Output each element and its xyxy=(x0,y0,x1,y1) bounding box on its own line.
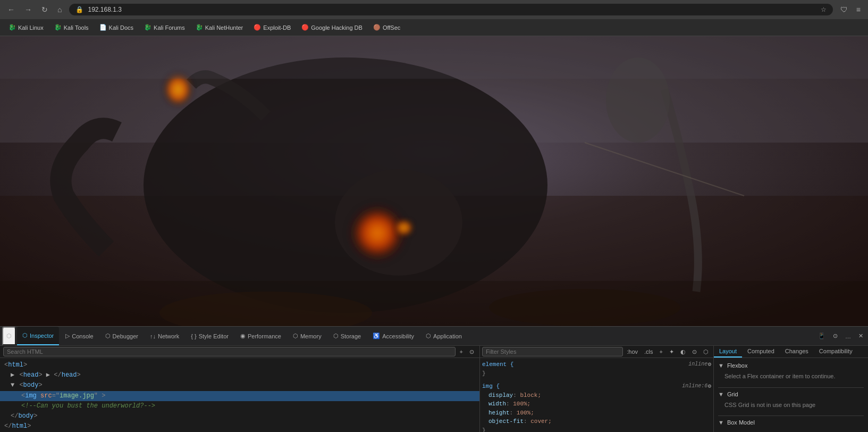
accessibility-tab-icon: ♿ xyxy=(373,333,380,339)
kali-linux-icon: 🐉 xyxy=(9,24,16,31)
more-options-button[interactable]: … xyxy=(842,331,854,341)
shield-button[interactable]: 🛡 xyxy=(837,3,851,16)
flexbox-arrow-icon: ▼ xyxy=(718,362,724,369)
tab-memory[interactable]: ⬡ Memory xyxy=(288,327,327,345)
flexbox-section-header[interactable]: ▼ Flexbox xyxy=(718,362,864,369)
flexbox-section-content: Select a Flex container or item to conti… xyxy=(718,372,864,381)
html-line-comment[interactable]: <!--Can you bust the underworld?--> xyxy=(0,401,479,411)
add-rule-button[interactable]: + xyxy=(657,347,665,356)
devtools-main: + ⊙ <html> ▶ <head> ▶ </head> ▼ <body> xyxy=(0,346,868,432)
offsec-icon: 🟤 xyxy=(373,24,381,31)
bookmark-offsec[interactable]: 🟤 OffSec xyxy=(369,22,404,32)
hover-button[interactable]: :hov xyxy=(624,347,641,356)
svg-rect-11 xyxy=(0,36,868,79)
css-origin-inline: inline xyxy=(688,360,707,368)
refresh-button[interactable]: ↻ xyxy=(38,3,51,16)
grid-section-header[interactable]: ▼ Grid xyxy=(718,391,864,397)
svg-point-6 xyxy=(393,218,415,237)
grid-help-text: CSS Grid is not in use on this page xyxy=(724,402,815,408)
layout-section-grid: ▼ Grid CSS Grid is not in use on this pa… xyxy=(718,391,864,410)
debugger-tab-icon: ⬡ xyxy=(105,333,111,339)
css-img-settings-icon[interactable]: ⚙ xyxy=(707,382,711,391)
box-model-section-header[interactable]: ▼ Box Model xyxy=(718,419,864,426)
html-line-head[interactable]: ▶ <head> ▶ </head> xyxy=(0,370,479,380)
bookmark-kali-forums[interactable]: 🐉 Kali Forums xyxy=(140,22,189,32)
address-bar[interactable]: 🔒 192.168.1.3 ☆ xyxy=(69,4,832,15)
tab-accessibility[interactable]: ♿ Accessibility xyxy=(367,327,419,345)
kali-tools-icon: 🐉 xyxy=(54,24,62,31)
settings-button[interactable]: ⬡ xyxy=(701,347,711,356)
inspector-tab-icon: ⬡ xyxy=(22,332,28,339)
tab-console[interactable]: ▷ Console xyxy=(60,327,98,345)
bookmark-kali-linux[interactable]: 🐉 Kali Linux xyxy=(4,22,48,32)
devtools-toolbar: ⬡ ⬡ Inspector ▷ Console ⬡ Debugger ↑↓ Ne… xyxy=(0,327,868,346)
layout-panel: Layout Computed Changes Compatibility ▼ … xyxy=(714,346,868,432)
bookmark-kali-tools[interactable]: 🐉 Kali Tools xyxy=(50,22,93,32)
css-settings-icon[interactable]: ⚙ xyxy=(707,360,711,369)
html-search-add-button[interactable]: + xyxy=(458,347,465,356)
tab-style-editor[interactable]: { } Style Editor xyxy=(186,327,234,345)
layout-tab-computed[interactable]: Computed xyxy=(742,346,780,358)
close-devtools-button[interactable]: ✕ xyxy=(856,331,866,341)
bookmark-offsec-label: OffSec xyxy=(383,24,400,31)
flexbox-help-text: Select a Flex container or item to conti… xyxy=(724,373,836,379)
devtools-pick-button[interactable]: ⬡ xyxy=(2,327,16,345)
body-expand-icon[interactable]: ▼ xyxy=(11,381,14,389)
screenshot-button[interactable]: ⊙ xyxy=(689,347,700,356)
html-line-html-open[interactable]: <html> xyxy=(0,360,479,370)
kali-nethunter-icon: 🐉 xyxy=(196,24,203,31)
application-tab-label: Application xyxy=(433,333,462,339)
bookmark-kali-docs-label: Kali Docs xyxy=(109,24,133,31)
bookmark-kali-tools-label: Kali Tools xyxy=(64,24,89,31)
dark-mode-button[interactable]: ◐ xyxy=(678,347,688,356)
layout-tab-changes[interactable]: Changes xyxy=(780,346,814,358)
filter-styles-input[interactable] xyxy=(482,347,623,356)
layout-tab-compatibility[interactable]: Compatibility xyxy=(814,346,858,358)
menu-button[interactable]: ≡ xyxy=(853,3,864,16)
layout-tab-layout[interactable]: Layout xyxy=(714,346,742,358)
html-line-html-close[interactable]: </html> xyxy=(0,421,479,431)
box-model-section-title: Box Model xyxy=(727,419,755,426)
browser-chrome: ← → ↻ ⌂ 🔒 192.168.1.3 ☆ 🛡 ≡ 🐉 Kali Linux… xyxy=(0,0,868,36)
devtools-panel: ⬡ ⬡ Inspector ▷ Console ⬡ Debugger ↑↓ Ne… xyxy=(0,326,868,432)
bookmark-kali-docs[interactable]: 📄 Kali Docs xyxy=(95,22,138,32)
tab-inspector[interactable]: ⬡ Inspector xyxy=(17,327,59,345)
tab-network[interactable]: ↑↓ Network xyxy=(145,327,184,345)
address-text: 192.168.1.3 xyxy=(88,6,816,13)
responsive-design-button[interactable]: 📱 xyxy=(815,331,828,341)
tab-storage[interactable]: ⬡ Storage xyxy=(328,327,367,345)
html-line-body-close[interactable]: </body> xyxy=(0,411,479,421)
css-selector-img: img { xyxy=(482,383,500,389)
layout-section-box-model: ▼ Box Model xyxy=(718,419,864,426)
bookmark-kali-linux-label: Kali Linux xyxy=(18,24,44,31)
flexbox-section-title: Flexbox xyxy=(727,362,748,369)
back-button[interactable]: ← xyxy=(4,3,18,16)
bookmark-kali-nethunter[interactable]: 🐉 Kali NetHunter xyxy=(191,22,248,32)
bookmark-exploit-db[interactable]: 🔴 Exploit-DB xyxy=(249,22,295,32)
search-html-input[interactable] xyxy=(3,347,456,356)
home-button[interactable]: ⌂ xyxy=(54,3,65,16)
memory-tab-label: Memory xyxy=(300,333,322,339)
html-pick-element-button[interactable]: ⊙ xyxy=(467,347,476,356)
debugger-tab-label: Debugger xyxy=(113,333,138,339)
tab-debugger[interactable]: ⬡ Debugger xyxy=(100,327,144,345)
star-button[interactable]: ✦ xyxy=(667,347,677,356)
network-tab-icon: ↑↓ xyxy=(150,333,156,339)
exploit-db-icon: 🔴 xyxy=(254,24,261,31)
html-line-body-open[interactable]: ▼ <body> xyxy=(0,380,479,391)
google-hacking-db-icon: 🔴 xyxy=(301,24,309,31)
bookmark-google-hacking-db[interactable]: 🔴 Google Hacking DB xyxy=(297,22,367,32)
application-tab-icon: ⬡ xyxy=(426,333,431,339)
cls-button[interactable]: .cls xyxy=(642,347,656,356)
inspector-tab-label: Inspector xyxy=(30,333,54,339)
head-expand-icon[interactable]: ▶ xyxy=(11,371,14,379)
forward-button[interactable]: → xyxy=(21,3,35,16)
tab-application[interactable]: ⬡ Application xyxy=(420,327,467,345)
pick-element-button[interactable]: ⊙ xyxy=(830,331,840,341)
css-prop-display: display: block; xyxy=(482,391,711,400)
performance-tab-icon: ◉ xyxy=(240,333,246,339)
tab-performance[interactable]: ◉ Performance xyxy=(235,327,286,345)
console-tab-label: Console xyxy=(72,333,93,339)
html-line-img[interactable]: <img src="image.jpg" > xyxy=(0,391,479,401)
bookmark-google-hacking-db-label: Google Hacking DB xyxy=(311,24,363,31)
